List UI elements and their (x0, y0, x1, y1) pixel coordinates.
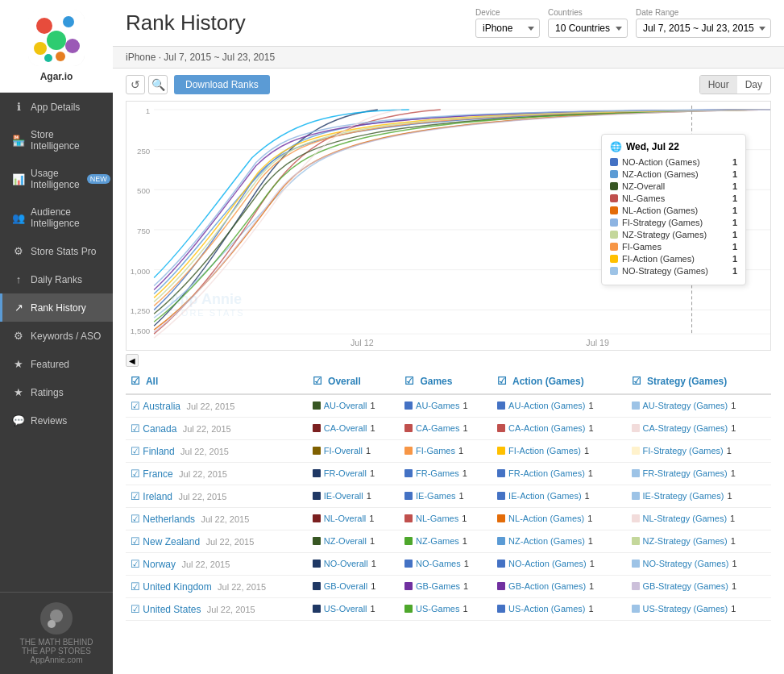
row-checkbox[interactable]: ☑ (131, 603, 140, 615)
sidebar-item-featured[interactable]: ★ Featured (0, 350, 113, 378)
rank-value: 1 (727, 491, 732, 501)
sidebar-item-rank-history[interactable]: ↗ Rank History (0, 293, 113, 322)
sidebar-item-store-stats-pro[interactable]: ⚙ Store Stats Pro (0, 237, 113, 265)
sidebar-item-audience-intelligence[interactable]: 👥 Audience Intelligence (0, 198, 113, 237)
row-checkbox[interactable]: ☑ (131, 513, 140, 525)
color-indicator (497, 424, 505, 432)
sidebar-item-usage-intelligence[interactable]: 📊 Usage Intelligence NEW (0, 160, 113, 198)
country-date: Jul 22, 2015 (207, 605, 255, 614)
strategy-cell: FR-Strategy (Games) 1 (627, 463, 771, 485)
color-indicator (404, 560, 413, 568)
row-checkbox[interactable]: ☑ (131, 558, 140, 570)
info-icon: ℹ (12, 101, 25, 113)
strategy-rank: IE-Strategy (Games) 1 (632, 491, 732, 501)
tooltip-row: NZ-Overall 1 (610, 181, 737, 191)
chart-icon-group: ↺ 🔍 (126, 75, 168, 94)
audience-icon: 👥 (12, 212, 25, 224)
games-rank: CA-Games 1 (404, 423, 468, 433)
sidebar-item-store-intelligence[interactable]: 🏪 Store Intelligence (0, 121, 113, 160)
table-row: ☑ Ireland Jul 22, 2015 IE-Overall 1 IE-G… (126, 485, 771, 508)
sidebar-footer: THE MATH BEHIND THE APP STORES AppAnnie.… (0, 592, 113, 674)
row-checkbox[interactable]: ☑ (131, 535, 140, 547)
svg-point-9 (48, 620, 56, 628)
download-ranks-button[interactable]: Download Ranks (174, 75, 270, 94)
featured-icon: ★ (12, 358, 25, 370)
category-label: FI-Action (Games) (508, 446, 581, 456)
hour-button[interactable]: Hour (700, 76, 737, 94)
svg-text:250: 250 (137, 146, 151, 155)
rank-value: 1 (731, 536, 736, 546)
category-label: CA-Strategy (Games) (643, 423, 728, 433)
row-checkbox[interactable]: ☑ (131, 400, 140, 412)
date-select[interactable]: Jul 7, 2015 ~ Jul 23, 2015 (636, 19, 771, 38)
sidebar-item-daily-ranks[interactable]: ↑ Daily Ranks (0, 265, 113, 293)
rank-value: 1 (371, 423, 375, 433)
strategy-cell: GB-Strategy (Games) 1 (627, 576, 771, 598)
category-label: AU-Strategy (Games) (643, 401, 728, 410)
row-checkbox[interactable]: ☑ (131, 490, 140, 502)
header-controls: Device iPhone iPad Countries 10 Countrie… (475, 8, 771, 38)
svg-point-3 (47, 31, 66, 50)
strategy-rank: NL-Strategy (Games) 1 (632, 514, 736, 523)
row-checkbox[interactable]: ☑ (131, 445, 140, 457)
rank-value: 1 (371, 604, 375, 614)
date-control: Date Range Jul 7, 2015 ~ Jul 23, 2015 (636, 8, 771, 38)
col-games[interactable]: ☑ Games (400, 368, 492, 394)
subheader: iPhone · Jul 7, 2015 ~ Jul 23, 2015 (113, 47, 784, 69)
rank-value: 1 (585, 491, 590, 501)
action-rank: CA-Action (Games) 1 (497, 423, 593, 433)
col-all[interactable]: ☑ All (126, 368, 308, 394)
sidebar-item-label: Store Intelligence (31, 129, 103, 152)
svg-point-6 (56, 52, 65, 61)
country-cell: ☑ United States Jul 22, 2015 (126, 598, 308, 621)
sidebar-item-ratings[interactable]: ★ Ratings (0, 378, 113, 406)
action-rank: FI-Action (Games) 1 (497, 446, 589, 456)
category-label: CA-Action (Games) (508, 423, 585, 433)
category-label: FI-Overall (324, 446, 363, 456)
rank-value: 1 (732, 559, 737, 568)
color-indicator (313, 582, 321, 590)
category-label: FI-Games (416, 446, 455, 456)
category-label: GB-Action (Games) (508, 581, 586, 591)
svg-text:1,500: 1,500 (131, 327, 151, 335)
new-badge: NEW (87, 174, 110, 184)
country-date: Jul 22, 2015 (201, 514, 249, 524)
rank-value: 1 (366, 446, 371, 456)
strategy-rank: GB-Strategy (Games) 1 (632, 581, 736, 591)
color-indicator (313, 447, 321, 455)
date-label: Date Range (636, 8, 771, 17)
col-action[interactable]: ☑ Action (Games) (492, 368, 626, 394)
games-rank: NO-Games 1 (404, 559, 469, 568)
color-indicator (313, 605, 321, 613)
country-date: Jul 22, 2015 (181, 560, 230, 569)
sidebar-item-app-details[interactable]: ℹ App Details (0, 93, 113, 121)
col-strategy[interactable]: ☑ Strategy (Games) (627, 368, 771, 394)
country-cell: ☑ Norway Jul 22, 2015 (126, 553, 308, 576)
sidebar-item-label: Daily Ranks (31, 274, 82, 285)
col-overall[interactable]: ☑ Overall (308, 368, 400, 394)
sidebar-item-reviews[interactable]: 💬 Reviews (0, 406, 113, 435)
countries-select[interactable]: 10 Countries (548, 19, 628, 38)
overall-rank: CA-Overall 1 (313, 423, 375, 433)
refresh-button[interactable]: ↺ (126, 75, 145, 94)
scroll-left-button[interactable]: ◀ (126, 354, 139, 367)
device-select[interactable]: iPhone iPad (475, 19, 540, 38)
color-indicator (313, 424, 321, 432)
store-icon: 🏪 (12, 135, 25, 147)
row-checkbox[interactable]: ☑ (131, 580, 140, 593)
strategy-rank: CA-Strategy (Games) 1 (632, 423, 736, 433)
category-label: NO-Games (416, 559, 461, 568)
overall-rank: GB-Overall 1 (313, 581, 376, 591)
overall-cell: FI-Overall 1 (308, 440, 400, 463)
time-granularity-group: Hour Day (699, 75, 771, 94)
chart-tooltip: 🌐 Wed, Jul 22 NO-Action (Games) 1 NZ-Act… (601, 134, 746, 285)
strategy-rank: US-Strategy (Games) 1 (632, 604, 736, 614)
rank-value: 1 (462, 514, 467, 523)
zoom-button[interactable]: 🔍 (148, 75, 168, 94)
category-label: NZ-Strategy (Games) (643, 536, 728, 546)
row-checkbox[interactable]: ☑ (131, 468, 140, 480)
row-checkbox[interactable]: ☑ (131, 422, 140, 435)
rank-value: 1 (731, 604, 736, 614)
sidebar-item-keywords[interactable]: ⚙ Keywords / ASO (0, 322, 113, 350)
day-button[interactable]: Day (737, 76, 770, 94)
